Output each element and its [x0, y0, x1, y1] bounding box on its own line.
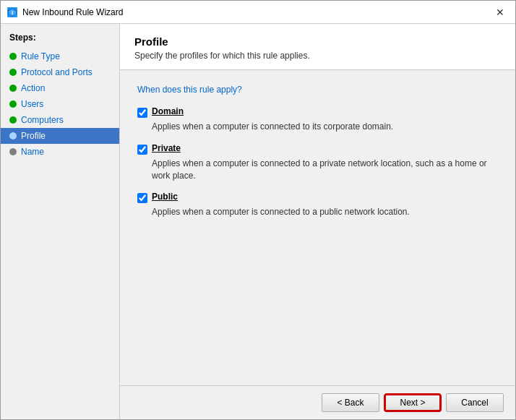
back-button[interactable]: < Back — [322, 393, 379, 412]
public-row: Public — [137, 192, 498, 203]
page-title: Profile — [134, 35, 501, 48]
sidebar-item-protocol-ports[interactable]: Protocol and Ports — [1, 64, 119, 80]
window-icon: i — [7, 7, 18, 18]
private-description: Applies when a computer is connected to … — [152, 158, 498, 182]
dot-icon — [9, 53, 17, 60]
page-header: Profile Specify the profiles for which t… — [120, 24, 515, 70]
sidebar-item-name[interactable]: Name — [1, 144, 119, 160]
sidebar: Steps: Rule Type Protocol and Ports Acti… — [1, 24, 120, 419]
sidebar-label-protocol-ports: Protocol and Ports — [21, 67, 93, 77]
cancel-button[interactable]: Cancel — [446, 393, 504, 412]
public-checkbox[interactable] — [137, 193, 147, 203]
rule-apply-question: When does this rule apply? — [137, 85, 498, 95]
dot-icon — [9, 100, 17, 108]
dot-icon — [9, 132, 17, 140]
domain-row: Domain — [137, 106, 498, 118]
content-area: Steps: Rule Type Protocol and Ports Acti… — [1, 24, 515, 419]
window-title: New Inbound Rule Wizard — [22, 7, 491, 17]
sidebar-item-profile[interactable]: Profile — [1, 128, 119, 144]
close-button[interactable]: ✕ — [491, 4, 509, 20]
main-panel: Profile Specify the profiles for which t… — [120, 24, 515, 419]
title-bar: i New Inbound Rule Wizard ✕ — [1, 1, 515, 24]
wizard-window: i New Inbound Rule Wizard ✕ Steps: Rule … — [0, 0, 516, 420]
public-label: Public — [152, 192, 178, 202]
sidebar-label-name: Name — [21, 147, 44, 157]
private-row: Private — [137, 143, 498, 155]
sidebar-item-users[interactable]: Users — [1, 96, 119, 112]
sidebar-item-computers[interactable]: Computers — [1, 112, 119, 128]
domain-description: Applies when a computer is connected to … — [152, 121, 498, 133]
sidebar-label-rule-type: Rule Type — [21, 51, 60, 61]
footer: < Back Next > Cancel — [120, 385, 515, 419]
dot-icon — [9, 69, 17, 76]
domain-checkbox[interactable] — [137, 108, 147, 118]
sidebar-item-rule-type[interactable]: Rule Type — [1, 48, 119, 64]
next-button[interactable]: Next > — [384, 393, 442, 412]
svg-text:i: i — [12, 9, 13, 16]
domain-label: Domain — [152, 106, 184, 116]
sidebar-label-computers: Computers — [21, 115, 64, 125]
page-subtitle: Specify the profiles for which this rule… — [134, 51, 501, 61]
page-body: When does this rule apply? Domain Applie… — [120, 70, 515, 385]
public-section: Public Applies when a computer is connec… — [137, 192, 498, 218]
private-section: Private Applies when a computer is conne… — [137, 143, 498, 182]
dot-icon — [9, 148, 17, 155]
dot-icon — [9, 116, 17, 124]
private-checkbox[interactable] — [137, 145, 147, 155]
sidebar-label-users: Users — [21, 99, 43, 109]
dot-icon — [9, 85, 17, 92]
domain-section: Domain Applies when a computer is connec… — [137, 106, 498, 133]
steps-label: Steps: — [1, 33, 119, 48]
sidebar-item-action[interactable]: Action — [1, 80, 119, 96]
sidebar-label-profile: Profile — [21, 131, 46, 141]
public-description: Applies when a computer is connected to … — [152, 206, 498, 218]
private-label: Private — [152, 143, 181, 153]
sidebar-label-action: Action — [21, 83, 45, 93]
